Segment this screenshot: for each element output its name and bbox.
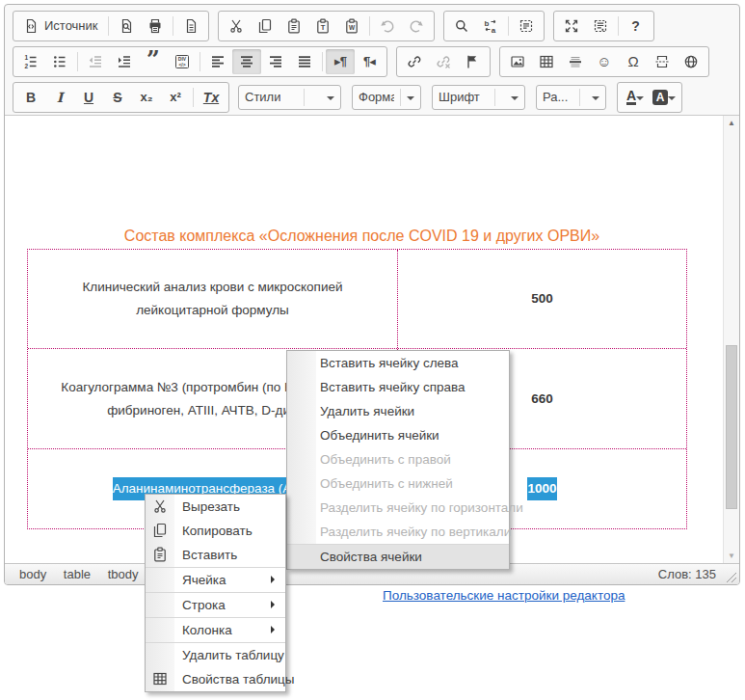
paste-from-word-button[interactable] bbox=[337, 13, 366, 39]
unlink-icon bbox=[436, 54, 451, 69]
paste-button[interactable] bbox=[279, 13, 308, 39]
preview-button[interactable] bbox=[112, 13, 141, 39]
bulleted-list-button[interactable] bbox=[45, 49, 74, 74]
cut-button[interactable] bbox=[222, 13, 251, 39]
path-item-body[interactable]: body bbox=[19, 567, 46, 581]
copy-button[interactable] bbox=[251, 13, 279, 39]
menu-item-row[interactable]: Строка bbox=[146, 593, 285, 617]
scrollbar-thumb[interactable] bbox=[726, 345, 737, 509]
superscript-icon: x² bbox=[170, 90, 181, 104]
menu-item-cell-properties[interactable]: Свойства ячейки bbox=[287, 545, 509, 569]
horizontal-rule-button[interactable] bbox=[561, 49, 590, 74]
smiley-icon: ☺ bbox=[597, 53, 611, 69]
format-combo[interactable]: Формат... bbox=[352, 85, 421, 110]
strikethrough-button[interactable]: S bbox=[103, 85, 132, 110]
special-char-button[interactable]: Ω bbox=[619, 49, 648, 74]
toolbar-group-paragraph: ” ▸¶ ¶◂ bbox=[13, 46, 387, 77]
insert-table-button[interactable] bbox=[532, 49, 561, 74]
italic-button[interactable]: I bbox=[45, 85, 74, 110]
format-combo-label: Формат... bbox=[359, 90, 394, 104]
decrease-indent-button bbox=[81, 49, 110, 74]
insert-image-button[interactable] bbox=[503, 49, 532, 74]
page-break-button[interactable] bbox=[648, 49, 677, 74]
menu-item-delete-cells[interactable]: Удалить ячейки bbox=[287, 399, 509, 423]
increase-indent-button[interactable] bbox=[110, 49, 139, 74]
replace-button[interactable] bbox=[476, 13, 505, 39]
maximize-button[interactable] bbox=[557, 13, 586, 39]
numbered-list-button[interactable] bbox=[16, 49, 45, 74]
menu-item-table-properties[interactable]: Свойства таблицы bbox=[146, 667, 285, 691]
path-item-tbody[interactable]: tbody bbox=[108, 567, 139, 581]
scroll-up-arrow-icon[interactable]: ▲ bbox=[724, 119, 739, 127]
paste-as-text-button[interactable] bbox=[308, 13, 337, 39]
strikethrough-icon: S bbox=[113, 90, 121, 105]
page: { "toolbar": { "source_label": "Источник… bbox=[0, 0, 745, 700]
menu-item-delete-table[interactable]: Удалить таблицу bbox=[146, 643, 285, 667]
menu-item-insert-cell-left[interactable]: Вставить ячейку слева bbox=[287, 351, 509, 375]
font-size-combo[interactable]: Ра... bbox=[536, 85, 606, 110]
styles-combo[interactable]: Стили bbox=[238, 85, 341, 110]
table-cell-price[interactable]: 500 bbox=[398, 250, 686, 348]
menu-item-insert-cell-right[interactable]: Вставить ячейку справа bbox=[287, 375, 509, 399]
smiley-button[interactable]: ☺ bbox=[590, 49, 619, 74]
div-container-button[interactable] bbox=[168, 49, 197, 74]
select-all-button[interactable] bbox=[512, 13, 541, 39]
justify-button[interactable] bbox=[290, 49, 319, 74]
text-color-icon: A bbox=[626, 89, 636, 105]
separator bbox=[77, 52, 78, 71]
bold-button[interactable]: B bbox=[16, 85, 45, 110]
background-color-button[interactable]: A bbox=[650, 85, 678, 110]
separator bbox=[304, 89, 305, 106]
menu-item-merge-cells[interactable]: Объединить ячейки bbox=[287, 423, 509, 447]
path-item-table[interactable]: table bbox=[64, 567, 91, 581]
unlink-button bbox=[429, 49, 458, 74]
text-direction-rtl-button[interactable]: ¶◂ bbox=[355, 49, 384, 74]
text-direction-ltr-button[interactable]: ▸¶ bbox=[326, 49, 355, 74]
vertical-scrollbar[interactable]: ▲ ▼ bbox=[723, 116, 739, 563]
anchor-button[interactable] bbox=[458, 49, 487, 74]
about-button[interactable]: ? bbox=[622, 13, 651, 39]
editor-settings-link[interactable]: Пользовательские настройки редактора bbox=[383, 588, 625, 603]
font-combo[interactable]: Шрифт bbox=[432, 85, 525, 110]
document-title[interactable]: Состав комплекса «Осложнения после COVID… bbox=[5, 228, 719, 245]
globe-icon bbox=[683, 54, 699, 69]
templates-button[interactable] bbox=[176, 13, 205, 39]
print-button[interactable] bbox=[141, 13, 170, 39]
show-blocks-button[interactable] bbox=[586, 13, 615, 39]
separator bbox=[579, 89, 580, 106]
cell-submenu: Вставить ячейку слева Вставить ячейку сп… bbox=[286, 350, 510, 570]
resize-grip[interactable] bbox=[724, 570, 736, 582]
link-button[interactable] bbox=[400, 49, 429, 74]
scroll-down-arrow-icon[interactable]: ▼ bbox=[724, 552, 739, 560]
maximize-icon bbox=[564, 18, 579, 34]
toolbar-group-links bbox=[396, 46, 491, 77]
menu-item-cell[interactable]: Ячейка bbox=[146, 568, 285, 592]
iframe-button[interactable] bbox=[677, 49, 705, 74]
menu-item-merge-right: Объединить с правой bbox=[287, 447, 509, 471]
print-icon bbox=[147, 18, 163, 34]
align-right-button[interactable] bbox=[261, 49, 290, 74]
align-left-button[interactable] bbox=[203, 49, 232, 74]
underline-button[interactable]: U bbox=[74, 85, 103, 110]
ltr-icon: ▸¶ bbox=[334, 54, 346, 68]
chevron-down-icon bbox=[592, 96, 599, 104]
separator bbox=[193, 88, 194, 107]
link-icon bbox=[407, 54, 422, 69]
paste-text-icon bbox=[315, 18, 331, 34]
copy-icon bbox=[152, 523, 168, 538]
subscript-button[interactable]: x₂ bbox=[132, 85, 161, 110]
find-button[interactable] bbox=[447, 13, 476, 39]
align-center-button[interactable] bbox=[232, 49, 261, 74]
menu-item-cut[interactable]: Вырезать bbox=[146, 495, 285, 519]
menu-item-paste[interactable]: Вставить bbox=[146, 543, 285, 567]
menu-item-copy[interactable]: Копировать bbox=[146, 519, 285, 543]
menu-item-column[interactable]: Колонка bbox=[146, 618, 285, 642]
blockquote-button[interactable]: ” bbox=[139, 49, 168, 74]
remove-format-button[interactable]: Tx bbox=[197, 85, 226, 110]
superscript-button[interactable]: x² bbox=[161, 85, 190, 110]
separator bbox=[400, 89, 401, 106]
source-button[interactable]: Источник bbox=[16, 13, 105, 39]
blockquote-icon: ” bbox=[146, 55, 160, 68]
text-color-button[interactable]: A bbox=[621, 85, 650, 110]
table-cell-service[interactable]: Клинический анализ крови с микроскопией … bbox=[28, 250, 398, 348]
